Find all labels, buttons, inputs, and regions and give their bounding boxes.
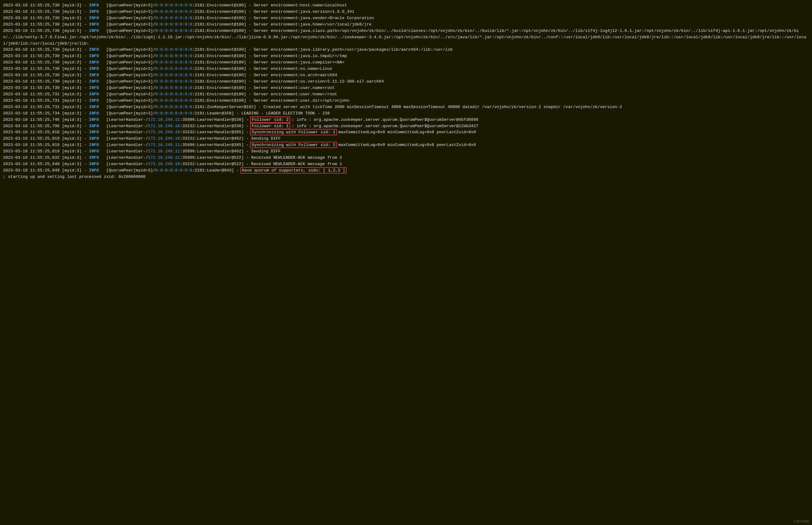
timestamp: 2023-03-18 11:55:25,796: [3, 124, 59, 129]
log-level: INFO: [89, 3, 99, 7]
component: [LearnerHandler-/: [106, 136, 148, 141]
myid: [myid:3]: [62, 79, 81, 84]
log-level: INFO: [89, 66, 99, 71]
ip-address: 172.16.249.10: [148, 136, 180, 141]
log-level: INFO: [89, 22, 99, 27]
timestamp: 2023-03-18 11:55:25,730: [3, 29, 59, 33]
timestamp: 2023-03-18 11:55:25,730: [3, 60, 59, 65]
ip-address: 172.16.249.10: [148, 124, 180, 129]
log-line: 2023-03-18 11:55:25,731 [myid:3] - INFO …: [3, 104, 809, 110]
ip-address: 0:0:0:0:0:0:0:0: [155, 98, 192, 103]
log-message-post: maxCommittedLog=0x0 minCommittedLog=0x0 …: [336, 142, 476, 147]
log-message: - Server environment:user.home=/root: [246, 92, 337, 96]
port-class: :35896:LearnerHandler@330]: [180, 117, 244, 122]
ip-address: 172.16.249.10: [148, 162, 180, 166]
log-line: 2023-03-18 11:55:25,734 [myid:3] - INFO …: [3, 110, 809, 117]
component: [LearnerHandler-/: [106, 117, 148, 122]
log-message: - Server environment:os.arch=aarch64: [246, 73, 337, 77]
highlighted-message: Follower sid: 2: [251, 117, 289, 122]
myid: [myid:3]: [62, 168, 81, 173]
log-message-post: maxCommittedLog=0x0 minCommittedLog=0x0 …: [336, 130, 476, 134]
log-line: 2023-03-18 11:55:25,731 [myid:3] - INFO …: [3, 91, 809, 98]
timestamp: 2023-03-18 11:55:25,849: [3, 168, 59, 173]
log-message: - Server environment:java.io.tmpdir=/tmp: [246, 54, 347, 58]
component: [QuorumPeer[myid=3]/: [106, 10, 155, 14]
myid: [myid:3]: [62, 142, 81, 147]
timestamp: 2023-03-18 11:55:25,819: [3, 142, 59, 147]
timestamp: 2023-03-18 11:55:25,832: [3, 155, 59, 160]
port-class: :2181:Environment@100]: [192, 66, 246, 71]
log-message: - Server environment:os.version=5.11.12-…: [246, 79, 384, 84]
ip-address: 0:0:0:0:0:0:0:0: [155, 73, 192, 77]
log-message: -: [244, 124, 251, 129]
component: [QuorumPeer[myid=3]/: [106, 168, 155, 173]
log-line: 2023-03-18 11:55:25,832 [myid:3] - INFO …: [3, 155, 809, 161]
log-level: INFO: [89, 142, 99, 147]
watermark: CSDN博客: [794, 519, 810, 524]
component: [QuorumPeer[myid=3]/: [106, 79, 155, 84]
component: [LearnerHandler-/: [106, 130, 148, 134]
myid: [myid:3]: [62, 155, 81, 160]
log-line: 2023-03-18 11:55:25,848 [myid:3] - INFO …: [3, 161, 809, 167]
myid: [myid:3]: [62, 124, 81, 129]
log-level: INFO: [89, 16, 99, 20]
log-level: INFO: [89, 92, 99, 96]
log-line: ; starting up and setting last processed…: [3, 174, 809, 180]
myid: [myid:3]: [62, 66, 81, 71]
component: [QuorumPeer[myid=3]/: [106, 3, 155, 7]
myid: [myid:3]: [62, 162, 81, 166]
log-level: INFO: [89, 162, 99, 166]
port-class: :2181:Environment@100]: [192, 60, 246, 65]
ip-address: 0:0:0:0:0:0:0:0: [155, 10, 192, 14]
log-message: - Server environment:java.vendor=Oracle …: [246, 16, 374, 20]
log-line: 2023-03-18 11:55:25,731 [myid:3] - INFO …: [3, 98, 809, 104]
log-line: 2023-03-18 11:55:25,819 [myid:3] - INFO …: [3, 148, 809, 155]
log-line: 2023-03-18 11:55:25,730 [myid:3] - INFO …: [3, 15, 809, 21]
ip-address: 0:0:0:0:0:0:0:0: [155, 54, 192, 58]
log-line: 2023-03-18 11:55:25,730 [myid:3] - INFO …: [3, 79, 809, 85]
ip-address: 0:0:0:0:0:0:0:0: [155, 111, 192, 116]
log-level: INFO: [89, 136, 99, 141]
port-class: :2181:Leader@943]: [192, 168, 234, 173]
log-line: 2023-03-18 11:55:25,730 [myid:3] - INFO …: [3, 2, 809, 9]
log-message: - LEADING - LEADER ELECTION TOOK - 238: [234, 111, 330, 116]
component: [QuorumPeer[myid=3]/: [106, 29, 155, 33]
ip-address: 0:0:0:0:0:0:0:0: [155, 47, 192, 52]
log-level: INFO: [89, 168, 99, 173]
log-message: -: [244, 117, 251, 122]
log-level: INFO: [89, 124, 99, 129]
log-message-post: : info : org.apache.zookeeper.server.quo…: [289, 117, 479, 122]
port-class: :33232:LearnerHandler@462]: [180, 136, 244, 141]
ip-address: 0:0:0:0:0:0:0:0: [155, 168, 192, 173]
log-line: 2023-03-18 11:55:25,730 [myid:3] - INFO …: [3, 59, 809, 66]
log-message: -: [244, 130, 251, 134]
myid: [myid:3]: [62, 111, 81, 116]
ip-address: 0:0:0:0:0:0:0:0: [155, 105, 192, 109]
log-line: 2023-03-18 11:55:25,819 [myid:3] - INFO …: [3, 136, 809, 142]
myid: [myid:3]: [62, 16, 81, 20]
ip-address: 0:0:0:0:0:0:0:0: [155, 66, 192, 71]
log-level: INFO: [89, 47, 99, 52]
component: [QuorumPeer[myid=3]/: [106, 22, 155, 27]
ip-address: 0:0:0:0:0:0:0:0: [155, 60, 192, 65]
port-class: :2181:Environment@100]: [192, 10, 246, 14]
log-output: 2023-03-18 11:55:25,730 [myid:3] - INFO …: [3, 2, 809, 180]
log-level: INFO: [89, 105, 99, 109]
log-line: 2023-03-18 11:55:25,730 [myid:3] - INFO …: [3, 85, 809, 91]
myid: [myid:3]: [62, 73, 81, 77]
component: [LearnerHandler-/: [106, 162, 148, 166]
log-message: - Server environment:os.name=Linux: [246, 66, 332, 71]
log-line: 2023-03-18 11:55:25,730 [myid:3] - INFO …: [3, 72, 809, 79]
port-class: :33232:LearnerHandler@522]: [180, 162, 244, 166]
log-level: INFO: [89, 60, 99, 65]
component: [QuorumPeer[myid=3]/: [106, 16, 155, 20]
port-class: :2181:Leader@358]: [192, 111, 234, 116]
component: [QuorumPeer[myid=3]/: [106, 54, 155, 58]
timestamp: 2023-03-18 11:55:25,730: [3, 54, 59, 58]
timestamp: 2023-03-18 11:55:25,731: [3, 98, 59, 103]
log-line: 2023-03-18 11:55:25,730 [myid:3] - INFO …: [3, 21, 809, 28]
myid: [myid:3]: [62, 60, 81, 65]
log-line: 2023-03-18 11:55:25,730 [myid:3] - INFO …: [3, 9, 809, 15]
timestamp: 2023-03-18 11:55:25,730: [3, 79, 59, 84]
log-line: 2023-03-18 11:55:25,730 [myid:3] - INFO …: [3, 28, 809, 47]
